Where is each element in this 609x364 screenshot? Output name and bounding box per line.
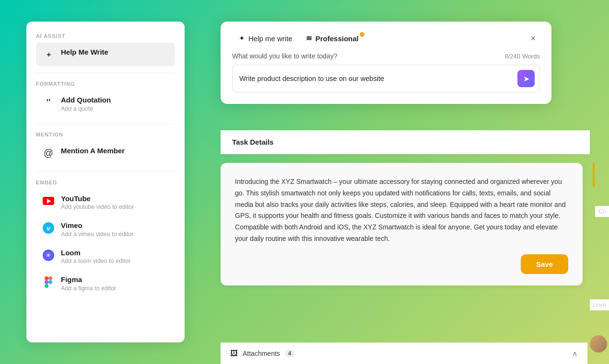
loom-icon: ✳ [42, 249, 55, 262]
quote-icon: " [42, 96, 55, 109]
vimeo-desc: Add a vimeo video to editor [61, 231, 133, 238]
svg-rect-1 [48, 276, 52, 280]
section-label-formatting: FORMATTING [36, 81, 175, 87]
menu-item-add-quotation[interactable]: " Add Quotation Add a quote [36, 91, 175, 117]
figma-title: Figma [61, 275, 116, 284]
tab-help-me-write-label: Help me write [248, 34, 293, 43]
right-orange-bar [593, 163, 595, 187]
youtube-icon [42, 194, 55, 208]
dialog-header: ✦ Help me write ≋ Professional × [232, 31, 540, 46]
dialog-subtitle-text: What would you like to write today? [232, 52, 337, 60]
tab-professional[interactable]: ≋ Professional [299, 31, 365, 46]
vimeo-icon: v [42, 221, 55, 235]
save-button[interactable]: Save [521, 254, 568, 274]
attachments-bar: 🖼 Attachments 4 ∧ [221, 342, 587, 364]
add-quotation-desc: Add a quote [61, 105, 111, 112]
attachments-count: 4 [285, 350, 295, 357]
send-icon: ➤ [523, 74, 529, 83]
figma-icon [42, 275, 55, 289]
task-details-header: Task Details [221, 130, 590, 154]
youtube-desc: Add youtube video to editor [61, 204, 134, 210]
add-quotation-title: Add Quotation [61, 95, 111, 105]
send-button[interactable]: ➤ [517, 70, 535, 87]
professional-dot [360, 32, 364, 37]
loom-desc: Add a loom video to editor [61, 258, 130, 264]
svg-rect-2 [45, 280, 48, 284]
divider-2 [36, 124, 175, 124]
at-icon: @ [42, 147, 55, 160]
tab-professional-label: Professional [316, 34, 359, 43]
attachments-icon: 🖼 [230, 349, 238, 358]
attachments-chevron-icon[interactable]: ∧ [572, 349, 578, 358]
right-unre-partial: Unre [590, 299, 609, 310]
menu-item-mention-member[interactable]: @ Mention A Member [36, 141, 175, 165]
tab-help-me-write[interactable]: ✦ Help me write [232, 31, 299, 46]
help-me-write-title: Help Me Write [61, 47, 108, 57]
ai-dialog: ✦ Help me write ≋ Professional × What wo… [221, 22, 551, 104]
generated-content-card: Introducing the XYZ Smartwatch – your ul… [221, 163, 583, 285]
sparkle-tab-icon: ✦ [239, 34, 245, 43]
menu-item-youtube[interactable]: YouTube Add youtube video to editor [36, 189, 175, 216]
svg-rect-0 [45, 276, 48, 280]
dialog-input-row: ➤ [232, 65, 540, 92]
menu-item-vimeo[interactable]: v Vimeo Add a vimeo video to editor [36, 216, 175, 242]
section-label-mention: MENTION [36, 132, 175, 137]
section-label-ai-assist: AI ASSIST [36, 33, 175, 39]
attachments-label: Attachments [243, 350, 280, 357]
svg-point-4 [48, 280, 52, 284]
waveform-icon: ≋ [306, 34, 312, 43]
menu-item-figma[interactable]: Figma Add a figma to editor [36, 270, 175, 296]
mention-member-title: Mention A Member [61, 146, 125, 156]
vimeo-title: Vimeo [61, 221, 133, 230]
menu-item-loom[interactable]: ✳ Loom Add a loom video to editor [36, 243, 175, 270]
generated-text: Introducing the XYZ Smartwatch – your ul… [235, 176, 568, 245]
write-input[interactable] [239, 75, 514, 82]
svg-rect-3 [45, 284, 48, 288]
close-button[interactable]: × [527, 32, 540, 45]
divider-1 [36, 73, 175, 73]
left-panel: AI ASSIST ✦ Help Me Write FORMATTING " A… [26, 22, 185, 342]
avatar-partial [590, 335, 607, 353]
section-label-embed: EMBED [36, 180, 175, 185]
loom-title: Loom [61, 248, 130, 258]
word-count: 8/240 Words [505, 53, 540, 60]
figma-desc: Add a figma to editor [61, 285, 116, 292]
sparkle-icon: ✦ [42, 48, 55, 61]
right-text-partial: Co [595, 206, 609, 217]
task-details-area: Task Details [221, 130, 590, 154]
menu-item-help-me-write[interactable]: ✦ Help Me Write [36, 43, 175, 66]
divider-3 [36, 171, 175, 172]
youtube-title: YouTube [61, 194, 134, 204]
dialog-subtitle-row: What would you like to write today? 8/24… [232, 52, 540, 60]
dialog-tabs: ✦ Help me write ≋ Professional [232, 31, 365, 46]
